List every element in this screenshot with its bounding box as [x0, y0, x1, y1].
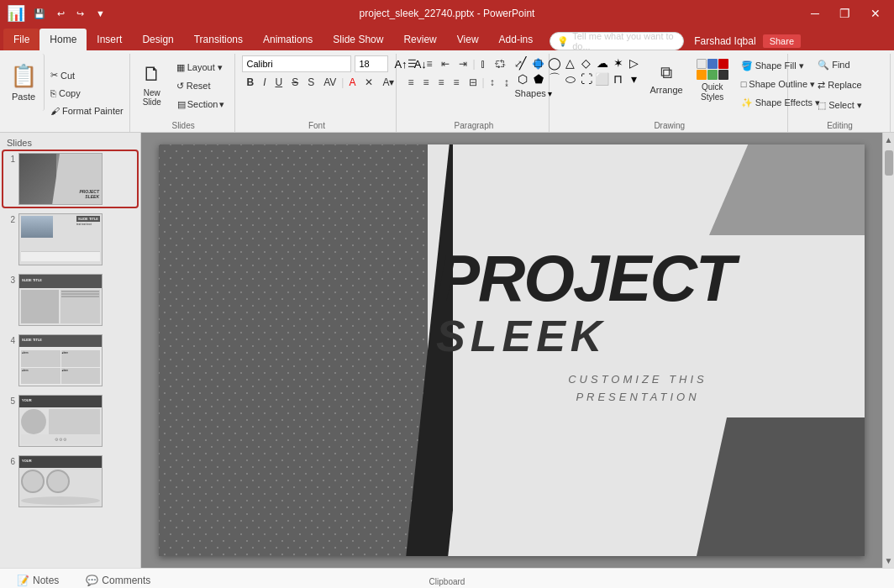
tab-insert[interactable]: Insert	[87, 29, 132, 50]
underline-button[interactable]: U	[271, 74, 287, 91]
shapes-dropdown[interactable]: ▾	[548, 89, 552, 98]
arrange-button[interactable]: ⧉ Arrange	[645, 55, 688, 102]
slide-preview-3: SLIDE TITLE	[18, 274, 103, 326]
new-slide-icon: 🗋	[142, 62, 162, 86]
scroll-up-arrow[interactable]: ▲	[882, 133, 894, 147]
slide-number-1: 1	[5, 153, 15, 164]
canvas-area[interactable]: PROJECT SLEEK CUSTOMIZE THIS PRESENTATIO…	[141, 133, 882, 568]
shape-item[interactable]: ⬟	[531, 71, 546, 87]
shape-item[interactable]: ⊓	[611, 71, 626, 87]
qat-customize[interactable]: ▼	[92, 7, 108, 20]
align-right[interactable]: ≡	[434, 74, 448, 91]
close-button[interactable]: ✕	[864, 5, 887, 22]
bullets-button[interactable]: ☰	[403, 55, 421, 72]
tab-animations[interactable]: Animations	[253, 29, 323, 50]
slide-thumb-1[interactable]: 1 PROJECTSLEEK	[3, 151, 137, 207]
font-size-input[interactable]	[355, 55, 388, 72]
shape-item[interactable]: ⬭	[563, 71, 578, 87]
tab-slideshow[interactable]: Slide Show	[323, 29, 393, 50]
shape-item[interactable]: ✶	[611, 55, 626, 71]
qat-redo[interactable]: ↪	[73, 7, 87, 21]
slides-panel-label: Slides	[3, 136, 137, 151]
font-color-picker[interactable]: A▾	[378, 74, 398, 91]
tell-me-box[interactable]: 💡 Tell me what you want to do...	[550, 32, 684, 50]
shape-item[interactable]: △	[563, 55, 578, 71]
shape-item[interactable]: ▾	[627, 71, 642, 87]
paragraph-spacing[interactable]: ↨	[500, 74, 513, 91]
shape-item[interactable]: ▷	[627, 55, 642, 71]
main-area: Slides 1 PROJECTSLEEK 2 SLIDE TITLEtext …	[0, 133, 894, 568]
paste-button[interactable]: 📋 Paste	[3, 54, 45, 111]
text-columns[interactable]: ⫿	[476, 55, 490, 72]
bottom-right-dark	[697, 417, 865, 556]
paragraph-group-label: Paragraph	[403, 121, 544, 130]
replace-button[interactable]: ⇄ Replace	[813, 76, 865, 94]
bold-button[interactable]: B	[242, 74, 258, 91]
copy-label: Copy	[59, 88, 81, 98]
strikethrough-button[interactable]: S	[287, 74, 302, 91]
line-spacing[interactable]: ↕	[486, 74, 499, 91]
format-painter-button[interactable]: 🖌 Format Painter	[46, 102, 128, 119]
tab-file[interactable]: File	[3, 29, 39, 50]
indent-decrease[interactable]: ⇤	[437, 55, 454, 72]
slide-thumb-3[interactable]: 3 SLIDE TITLE	[3, 272, 137, 328]
find-label: Find	[832, 60, 849, 70]
shape-item[interactable]: ⛶	[579, 71, 594, 87]
shape-item[interactable]: □	[531, 55, 546, 71]
font-name-input[interactable]	[242, 55, 351, 72]
shapes-grid: ╱ □ ◯ △ ◇ ☁ ✶ ▷ ⬡ ⬟ ⌒ ⬭ ⛶ ⬜ ⊓ ▾	[515, 55, 642, 87]
char-spacing-button[interactable]: AV	[319, 74, 340, 91]
italic-button[interactable]: I	[259, 74, 270, 91]
scroll-down-arrow[interactable]: ▼	[882, 554, 894, 568]
font-color-button[interactable]: A	[344, 74, 360, 91]
shape-item[interactable]: ⬜	[595, 71, 610, 87]
new-slide-button[interactable]: 🗋 New Slide	[135, 55, 169, 113]
slide-thumb-6[interactable]: 6 YOUR	[3, 454, 137, 509]
shape-item[interactable]: ◯	[547, 55, 562, 71]
find-button[interactable]: 🔍 Find	[813, 55, 854, 74]
title-right: ─ ❐ ✕	[804, 5, 887, 22]
qat-save[interactable]: 💾	[30, 7, 49, 21]
shadow-button[interactable]: S	[303, 74, 318, 91]
user-name[interactable]: Farshad Iqbal	[694, 35, 755, 47]
slide-number-5: 5	[5, 395, 15, 406]
select-icon: ⬚	[818, 100, 826, 111]
shape-item[interactable]: ◇	[579, 55, 594, 71]
numbering-button[interactable]: ≡	[422, 55, 436, 72]
slide-thumb-5[interactable]: 5 YOUR ⚙ ⚙ ⚙	[3, 393, 137, 449]
slide-number-4: 4	[5, 334, 15, 345]
tab-view[interactable]: View	[447, 29, 489, 50]
qat-undo[interactable]: ↩	[54, 7, 68, 21]
slide-thumb-4[interactable]: 4 SLIDE TITLE ●item ●item ●item ●item	[3, 333, 137, 388]
section-button[interactable]: ▤ Section ▾	[172, 96, 230, 113]
cut-button[interactable]: ✂ Cut	[46, 67, 128, 84]
layout-button[interactable]: ▦ Layout ▾	[172, 59, 230, 76]
share-button[interactable]: Share	[763, 34, 801, 48]
shape-item[interactable]: ╱	[515, 55, 530, 71]
tab-review[interactable]: Review	[393, 29, 446, 50]
text-direction[interactable]: ⮔	[491, 55, 509, 72]
scroll-thumb[interactable]	[885, 150, 893, 176]
clear-format-button[interactable]: ✕	[360, 74, 377, 91]
restore-button[interactable]: ❐	[833, 5, 857, 22]
tab-home[interactable]: Home	[39, 29, 87, 50]
quick-styles-button[interactable]: Quick Styles	[692, 57, 734, 103]
indent-increase[interactable]: ⇥	[455, 55, 471, 72]
tab-addins[interactable]: Add-ins	[489, 29, 544, 50]
search-icon: 🔍	[818, 60, 829, 71]
shape-item[interactable]: ⌒	[547, 71, 562, 87]
copy-button[interactable]: ⎘ Copy	[46, 85, 128, 102]
shape-item[interactable]: ☁	[595, 55, 610, 71]
minimize-button[interactable]: ─	[804, 5, 826, 22]
align-cols[interactable]: ⊟	[465, 74, 481, 91]
tab-transitions[interactable]: Transitions	[184, 29, 253, 50]
shape-item[interactable]: ⬡	[515, 71, 530, 87]
slide-thumb-2[interactable]: 2 SLIDE TITLEtext text text	[3, 212, 137, 267]
canvas-scrollbar[interactable]: ▲ ▼	[882, 133, 894, 568]
reset-button[interactable]: ↺ Reset	[172, 77, 230, 94]
align-center[interactable]: ≡	[418, 74, 433, 91]
align-justify[interactable]: ≡	[450, 74, 464, 91]
select-button[interactable]: ⬚ Select ▾	[813, 96, 866, 114]
tab-design[interactable]: Design	[132, 29, 183, 50]
align-left[interactable]: ≡	[403, 74, 418, 91]
